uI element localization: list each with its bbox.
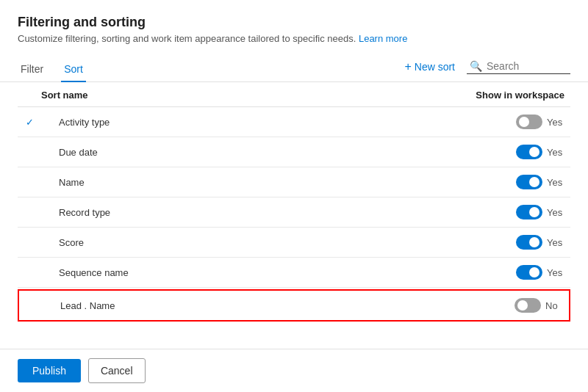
- toggle-wrapper: Yes: [516, 265, 564, 280]
- row-name: Activity type: [41, 117, 110, 128]
- toggle-thumb: [529, 147, 539, 157]
- check-icon: ✓: [24, 117, 35, 128]
- toggle-thumb: [529, 177, 539, 187]
- toggle-label: Yes: [547, 117, 564, 128]
- row-right: Yes: [516, 115, 564, 129]
- toggle-label: Yes: [547, 147, 564, 158]
- toggle-label: Yes: [547, 237, 564, 248]
- row-left: Lead . Name: [25, 300, 115, 311]
- toggle-wrapper: Yes: [516, 175, 564, 189]
- show-toggle[interactable]: [516, 145, 542, 159]
- publish-button[interactable]: Publish: [18, 359, 81, 382]
- toggle-wrapper: No: [514, 298, 563, 313]
- row-name: Score: [41, 237, 84, 248]
- toggle-wrapper: Yes: [516, 115, 564, 129]
- toggle-wrapper: Yes: [516, 235, 564, 250]
- table-row: Lead . Name No: [18, 289, 570, 322]
- tab-bar: Filter Sort + New sort 🔍: [0, 50, 588, 82]
- toolbar-right: + New sort 🔍: [404, 59, 570, 80]
- page-subtitle: Customize filtering, sorting and work it…: [18, 33, 570, 44]
- row-left: Due date: [24, 147, 98, 158]
- page-title: Filtering and sorting: [18, 15, 570, 30]
- row-right: Yes: [516, 175, 564, 189]
- show-toggle[interactable]: [516, 235, 542, 250]
- row-right: Yes: [516, 265, 564, 280]
- row-left: ✓ Activity type: [24, 117, 110, 128]
- toggle-thumb: [517, 300, 528, 311]
- col-sort-name: Sort name: [41, 90, 88, 101]
- toggle-thumb: [529, 237, 539, 247]
- table-row: ✓ Activity type Yes: [18, 107, 570, 137]
- search-input[interactable]: [487, 60, 567, 72]
- show-toggle[interactable]: [516, 265, 542, 280]
- table-row: Name Yes: [18, 167, 570, 197]
- show-toggle[interactable]: [516, 205, 542, 219]
- search-box: 🔍: [467, 59, 570, 74]
- row-left: Sequence name: [24, 267, 129, 278]
- show-toggle[interactable]: [514, 298, 541, 313]
- row-name: Lead . Name: [43, 300, 115, 311]
- toggle-thumb: [519, 117, 529, 127]
- row-right: No: [514, 298, 563, 313]
- table-row: Sequence name Yes: [18, 258, 570, 288]
- toggle-thumb: [529, 207, 539, 217]
- table-header: Sort name Show in workspace: [18, 82, 570, 107]
- col-show-workspace: Show in workspace: [476, 90, 564, 101]
- plus-icon: +: [404, 60, 411, 73]
- table-body: ✓ Activity type Yes Due date: [18, 107, 570, 322]
- row-right: Yes: [516, 205, 564, 219]
- toggle-wrapper: Yes: [516, 145, 564, 159]
- toggle-wrapper: Yes: [516, 205, 564, 219]
- tabs: Filter Sort: [18, 57, 86, 81]
- footer: Publish Cancel: [0, 349, 588, 392]
- page-header: Filtering and sorting Customize filterin…: [0, 0, 588, 44]
- toggle-label: Yes: [547, 177, 564, 188]
- tab-sort[interactable]: Sort: [61, 57, 86, 82]
- row-left: Record type: [24, 207, 110, 218]
- show-toggle[interactable]: [516, 175, 542, 189]
- show-toggle[interactable]: [516, 115, 542, 129]
- row-left: Score: [24, 237, 84, 248]
- learn-more-link[interactable]: Learn more: [359, 33, 407, 44]
- row-name: Record type: [41, 207, 110, 218]
- table-row: Record type Yes: [18, 197, 570, 228]
- row-right: Yes: [516, 235, 564, 250]
- row-name: Name: [41, 177, 85, 188]
- row-left: Name: [24, 177, 85, 188]
- toggle-label: Yes: [547, 267, 564, 278]
- toggle-label: Yes: [547, 207, 564, 218]
- row-name: Sequence name: [41, 267, 129, 278]
- search-icon: 🔍: [470, 60, 482, 72]
- table-row: Due date Yes: [18, 137, 570, 167]
- toggle-thumb: [529, 267, 539, 277]
- table-row: Score Yes: [18, 228, 570, 258]
- main-content: Sort name Show in workspace ✓ Activity t…: [0, 82, 588, 349]
- cancel-button[interactable]: Cancel: [88, 358, 146, 383]
- toggle-label: No: [545, 300, 563, 311]
- new-sort-button[interactable]: + New sort: [404, 60, 455, 73]
- tab-filter[interactable]: Filter: [18, 57, 46, 82]
- row-right: Yes: [516, 145, 564, 159]
- row-name: Due date: [41, 147, 98, 158]
